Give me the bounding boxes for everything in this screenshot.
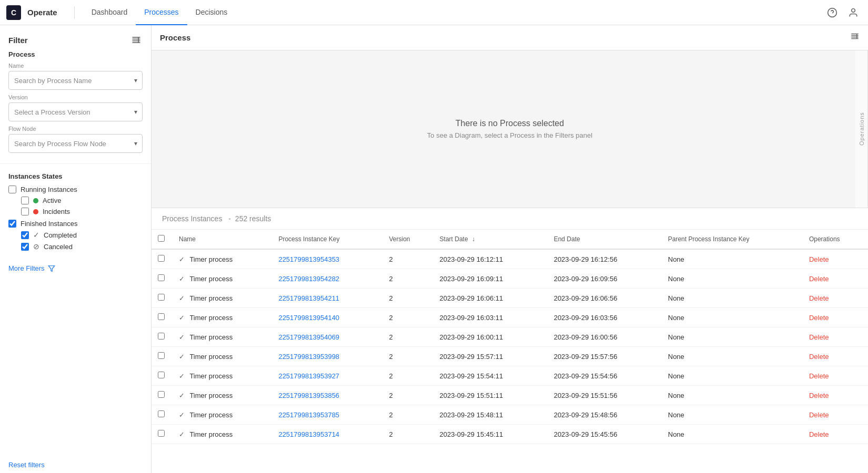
process-section-title: Process (8, 50, 143, 58)
instances-count: - 252 results (226, 214, 271, 223)
row-checkbox-4[interactable] (158, 333, 165, 340)
completed-row[interactable]: ✓ Completed (21, 231, 143, 239)
instance-key-link[interactable]: 2251799813954140 (278, 314, 339, 322)
user-button[interactable] (845, 4, 862, 21)
row-start-date-cell: 2023-09-29 15:54:11 (433, 366, 548, 386)
sidebar-toggle-button[interactable] (130, 34, 143, 46)
delete-button[interactable]: Delete (809, 411, 829, 419)
instance-key-link[interactable]: 2251799813953714 (278, 430, 339, 438)
row-start-date-cell: 2023-09-29 16:06:11 (433, 289, 548, 308)
canceled-row[interactable]: ⊘ Canceled (21, 242, 143, 251)
version-wrapper: Select a Process Version ▾ (8, 102, 143, 121)
instance-key-link[interactable]: 2251799813954353 (278, 255, 339, 263)
completed-checkbox[interactable] (21, 231, 29, 239)
reset-filters-button[interactable]: Reset filters (8, 461, 45, 469)
row-checkbox-3[interactable] (158, 313, 165, 320)
active-checkbox[interactable] (21, 197, 29, 204)
app-logo: C (6, 5, 21, 20)
delete-button[interactable]: Delete (809, 392, 829, 399)
delete-button[interactable]: Delete (809, 255, 829, 263)
delete-button[interactable]: Delete (809, 372, 829, 380)
flow-node-select[interactable]: Search by Process Flow Node (8, 134, 143, 153)
delete-button[interactable]: Delete (809, 430, 829, 438)
row-name-cell: ✓ Timer process (173, 347, 272, 366)
row-checkbox-9[interactable] (158, 430, 165, 437)
row-checkbox-5[interactable] (158, 352, 165, 359)
instance-key-link[interactable]: 2251799813953998 (278, 353, 339, 361)
incidents-checkbox[interactable] (21, 208, 29, 215)
instance-key-link[interactable]: 2251799813954282 (278, 275, 339, 283)
row-name: Timer process (189, 333, 233, 341)
row-checkbox-2[interactable] (158, 294, 165, 301)
row-key-cell: 2251799813954353 (272, 249, 382, 269)
completed-icon: ✓ (33, 231, 39, 239)
running-instances-checkbox[interactable] (8, 186, 16, 193)
row-version-cell: 2 (383, 347, 433, 366)
row-start-date-cell: 2023-09-29 15:51:11 (433, 386, 548, 405)
row-operations-cell: Delete (803, 269, 868, 289)
row-start-date-cell: 2023-09-29 15:45:11 (433, 425, 548, 444)
row-version-cell: 2 (383, 386, 433, 405)
incidents-row[interactable]: Incidents (21, 208, 143, 215)
app-name: Operate (27, 8, 57, 17)
filter-title: Filter (8, 36, 28, 45)
table-row: ✓ Timer process 2251799813954282 2 2023-… (152, 269, 868, 289)
row-parent-key-cell: None (662, 327, 803, 347)
svg-marker-8 (48, 265, 55, 271)
sidebar-footer: Reset filters (0, 457, 151, 473)
row-checkbox-0[interactable] (158, 255, 165, 262)
row-parent-key-cell: None (662, 405, 803, 425)
instance-key-link[interactable]: 2251799813953856 (278, 392, 339, 399)
row-checkbox-7[interactable] (158, 391, 165, 398)
table-row: ✓ Timer process 2251799813953714 2 2023-… (152, 425, 868, 444)
select-all-checkbox[interactable] (158, 235, 165, 242)
incidents-status-dot (33, 209, 38, 214)
row-version-cell: 2 (383, 327, 433, 347)
delete-button[interactable]: Delete (809, 353, 829, 361)
delete-button[interactable]: Delete (809, 275, 829, 283)
row-start-date-cell: 2023-09-29 16:03:11 (433, 308, 548, 327)
row-checkbox-1[interactable] (158, 274, 165, 281)
nav-link-processes[interactable]: Processes (136, 0, 187, 25)
process-name-select[interactable]: Search by Process Name (8, 71, 143, 90)
delete-button[interactable]: Delete (809, 314, 829, 322)
version-select[interactable]: Select a Process Version (8, 102, 143, 121)
delete-button[interactable]: Delete (809, 294, 829, 302)
row-parent-key-cell: None (662, 347, 803, 366)
row-start-date-cell: 2023-09-29 15:57:11 (433, 347, 548, 366)
instance-key-link[interactable]: 2251799813953785 (278, 411, 339, 419)
completed-row-icon: ✓ (179, 353, 185, 361)
row-parent-key-cell: None (662, 366, 803, 386)
help-button[interactable] (824, 4, 841, 21)
row-checkbox-8[interactable] (158, 410, 165, 417)
running-instances-row[interactable]: Running Instances (8, 186, 143, 193)
nav-link-decisions[interactable]: Decisions (187, 0, 236, 25)
finished-instances-checkbox[interactable] (8, 220, 16, 228)
row-key-cell: 2251799813954282 (272, 269, 382, 289)
delete-button[interactable]: Delete (809, 333, 829, 341)
nav-link-dashboard[interactable]: Dashboard (83, 0, 136, 25)
table-body: ✓ Timer process 2251799813954353 2 2023-… (152, 249, 868, 444)
panel-toggle-button[interactable] (850, 32, 860, 44)
active-row[interactable]: Active (21, 197, 143, 204)
th-select (152, 230, 173, 249)
table-row: ✓ Timer process 2251799813954353 2 2023-… (152, 249, 868, 269)
row-end-date-cell: 2023-09-29 15:57:56 (548, 347, 662, 366)
active-status-dot (33, 198, 38, 203)
process-filter-section: Process Name Search by Process Name ▾ Ve… (0, 50, 151, 159)
row-checkbox-6[interactable] (158, 372, 165, 378)
instance-key-link[interactable]: 2251799813954069 (278, 333, 339, 341)
main-content: Process There is no Process selected To … (152, 25, 868, 473)
row-name-cell: ✓ Timer process (173, 308, 272, 327)
th-start-date[interactable]: Start Date ↓ (433, 230, 548, 249)
completed-row-icon: ✓ (179, 333, 185, 341)
canceled-checkbox[interactable] (21, 243, 29, 251)
row-select-cell (152, 269, 173, 289)
instance-key-link[interactable]: 2251799813954211 (278, 294, 339, 302)
row-key-cell: 2251799813953998 (272, 347, 382, 366)
instance-key-link[interactable]: 2251799813953927 (278, 372, 339, 380)
more-filters-button[interactable]: More Filters (0, 260, 151, 276)
row-operations-cell: Delete (803, 347, 868, 366)
finished-instances-row[interactable]: Finished Instances (8, 220, 143, 228)
row-name: Timer process (189, 255, 233, 263)
